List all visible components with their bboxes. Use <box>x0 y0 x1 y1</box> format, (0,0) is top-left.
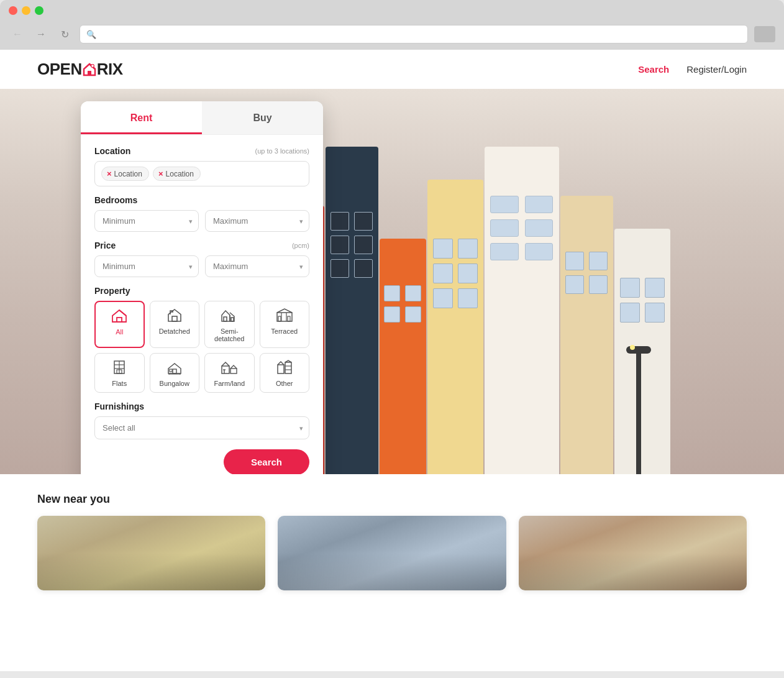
detached-icon <box>166 308 183 325</box>
location-label: Location <box>94 146 130 156</box>
dot-green[interactable] <box>35 6 43 15</box>
facade-white-large <box>485 147 559 474</box>
facades <box>275 147 784 474</box>
bedrooms-max-wrap: Maximum 12345+ ▾ <box>205 210 309 232</box>
prop-btn-terraced[interactable]: Terraced <box>260 301 310 348</box>
nav-search-link[interactable]: Search <box>638 64 669 75</box>
all-icon <box>111 308 128 326</box>
browser-toolbar: ← → ↻ 🔍 <box>9 21 775 50</box>
prop-btn-bungalow[interactable]: Bungalow <box>150 353 200 393</box>
location-tag-remove-1[interactable]: × <box>107 169 112 178</box>
facade-dark <box>326 147 378 474</box>
furnishings-select-wrap: Select all Furnished Unfurnished Part Fu… <box>94 416 309 439</box>
price-section-header: Price (pcm) <box>94 241 309 250</box>
search-icon: 🔍 <box>86 30 96 39</box>
refresh-button[interactable]: ↻ <box>56 25 73 43</box>
prop-label-all: All <box>116 328 123 336</box>
search-button[interactable]: Search <box>224 449 309 474</box>
location-hint: (up to 3 locations) <box>255 147 309 155</box>
prop-btn-all[interactable]: All <box>94 301 145 348</box>
prop-label-semi: Semi-detatched <box>207 328 252 342</box>
flats-icon <box>111 360 128 377</box>
location-tag-2[interactable]: × Location <box>153 167 201 181</box>
browser-dots <box>9 6 775 21</box>
furnishings-row: Select all Furnished Unfurnished Part Fu… <box>94 416 309 439</box>
prop-label-bungalow: Bungalow <box>160 380 189 387</box>
location-input[interactable]: × Location × Location <box>94 161 309 186</box>
prop-btn-other[interactable]: Other <box>260 353 310 393</box>
price-row: Minimum £500£750£1000£1500£2000 ▾ Maximu… <box>94 255 309 277</box>
location-tag-1[interactable]: × Location <box>101 167 149 181</box>
furnishings-select[interactable]: Select all Furnished Unfurnished Part Fu… <box>94 416 309 439</box>
property-card-1[interactable] <box>37 516 265 590</box>
prop-label-other: Other <box>276 380 293 387</box>
tab-rent[interactable]: Rent <box>81 101 202 134</box>
svg-rect-21 <box>230 369 237 373</box>
prop-label-detached: Detatched <box>159 328 190 335</box>
svg-rect-7 <box>277 313 292 321</box>
location-tag-text-2: Location <box>166 170 194 178</box>
bedrooms-section-header: Bedrooms <box>94 195 309 205</box>
address-bar[interactable]: 🔍 <box>80 25 748 44</box>
price-max-wrap: Maximum £500£750£1000£1500£2000 ▾ <box>205 255 309 277</box>
new-near-you-title: New near you <box>37 493 747 506</box>
back-button[interactable]: ← <box>9 25 26 43</box>
prop-label-flats: Flats <box>112 380 127 387</box>
svg-rect-19 <box>170 369 172 372</box>
tab-buy[interactable]: Buy <box>202 101 323 134</box>
svg-rect-6 <box>231 318 234 321</box>
nav-links: Search Register/Login <box>638 64 747 75</box>
svg-rect-1 <box>88 71 91 75</box>
search-panel: Rent Buy Location (up to 3 locations) × … <box>81 101 323 474</box>
facade-yellow <box>427 180 483 474</box>
price-min-wrap: Minimum £500£750£1000£1500£2000 ▾ <box>94 255 199 277</box>
furnishings-section-header: Furnishings <box>94 401 309 411</box>
bedrooms-label: Bedrooms <box>94 195 137 205</box>
location-section-header: Location (up to 3 locations) <box>94 146 309 156</box>
prop-btn-farmland[interactable]: Farm/land <box>204 353 255 393</box>
logo-text-after: RIX <box>97 60 123 79</box>
farmland-icon <box>221 360 238 377</box>
prop-btn-detached[interactable]: Detatched <box>150 301 200 348</box>
location-tag-text-1: Location <box>114 170 142 178</box>
bedrooms-row: Minimum 12345+ ▾ Maximum 12345+ ▾ <box>94 210 309 232</box>
forward-button[interactable]: → <box>32 25 50 43</box>
bedrooms-min-wrap: Minimum 12345+ ▾ <box>94 210 199 232</box>
bedrooms-min-select[interactable]: Minimum 12345+ <box>94 210 199 232</box>
price-max-select[interactable]: Maximum £500£750£1000£1500£2000 <box>205 255 309 277</box>
prop-btn-flats[interactable]: Flats <box>94 353 145 393</box>
facade-orange <box>380 239 426 474</box>
prop-btn-semi[interactable]: Semi-detatched <box>204 301 255 348</box>
property-card-2[interactable] <box>278 516 506 590</box>
bedrooms-max-select[interactable]: Maximum 12345+ <box>205 210 309 232</box>
svg-rect-11 <box>288 316 290 321</box>
svg-rect-25 <box>285 362 291 373</box>
svg-rect-24 <box>278 365 284 373</box>
panel-body: Location (up to 3 locations) × Location … <box>81 135 323 439</box>
extension-button[interactable] <box>754 26 775 42</box>
nav-login-link[interactable]: Register/Login <box>686 64 747 75</box>
svg-rect-3 <box>117 318 122 322</box>
price-hint: (pcm) <box>292 242 309 249</box>
furnishings-label: Furnishings <box>94 401 144 411</box>
prop-label-farmland: Farm/land <box>214 380 245 387</box>
price-min-select[interactable]: Minimum £500£750£1000£1500£2000 <box>94 255 199 277</box>
logo-icon <box>83 63 96 76</box>
dot-yellow[interactable] <box>22 6 30 15</box>
search-btn-wrap: Search <box>81 449 323 474</box>
logo-text-before: OPEN <box>37 60 82 79</box>
location-tag-remove-2[interactable]: × <box>158 169 163 178</box>
property-section-header: Property <box>94 286 309 296</box>
property-card-3[interactable] <box>519 516 747 590</box>
panel-tabs: Rent Buy <box>81 101 323 135</box>
new-near-you-section: New near you <box>0 474 784 590</box>
page-content: OPEN RIX Search Register/Login <box>0 50 784 671</box>
dot-red[interactable] <box>9 6 17 15</box>
terraced-icon <box>276 308 293 325</box>
street-lamp <box>636 350 641 474</box>
price-label: Price <box>94 241 116 250</box>
svg-rect-4 <box>172 316 177 321</box>
svg-rect-5 <box>224 317 227 321</box>
svg-rect-18 <box>173 369 176 373</box>
site-nav: OPEN RIX Search Register/Login <box>0 50 784 89</box>
